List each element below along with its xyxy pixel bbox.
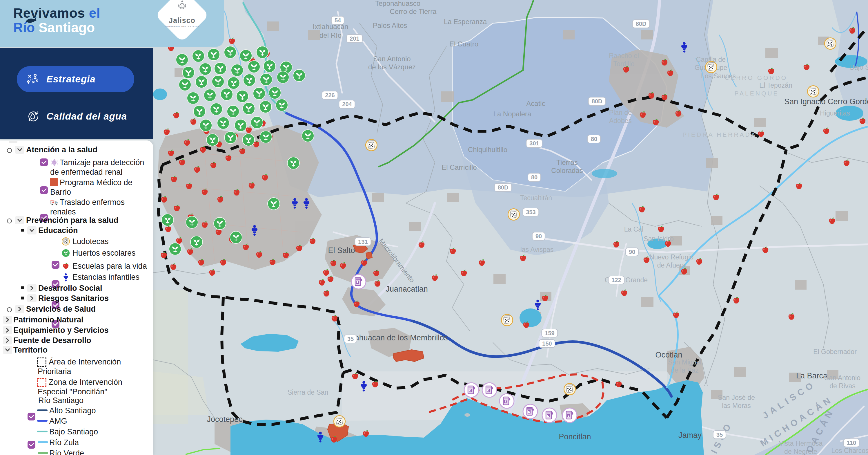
chevron-right-icon[interactable] bbox=[27, 294, 36, 302]
ambulance-icon bbox=[50, 198, 59, 207]
dash-red-icon bbox=[37, 378, 46, 387]
layer-label: de enfermedad renal bbox=[50, 167, 122, 177]
layer-label: Alto Santiago bbox=[49, 406, 96, 415]
layer-label: Educación bbox=[38, 226, 78, 235]
layer-label: Traslado enfermos bbox=[60, 198, 125, 207]
layer-label: Río Zula bbox=[49, 438, 79, 447]
layer-line-swatch bbox=[37, 420, 48, 422]
layer-label: Río Verde bbox=[49, 449, 84, 455]
nav-calidad-item[interactable]: Calidad del agua bbox=[17, 103, 134, 130]
layer-line-swatch bbox=[37, 409, 48, 411]
nav-calidad-label: Calidad del agua bbox=[46, 111, 127, 122]
layer-label: Zona de Intervención bbox=[49, 377, 122, 387]
tree-bullet bbox=[7, 219, 12, 223]
layer-label: Especial "Poncitlán" bbox=[38, 387, 107, 396]
dash-black-icon bbox=[37, 358, 46, 366]
tree-bullet bbox=[21, 229, 24, 232]
fish-icon bbox=[24, 17, 38, 24]
chevron-right-icon[interactable] bbox=[3, 326, 12, 334]
layer-label: Equipamiento y Servicios bbox=[13, 325, 109, 335]
layer-label: Bajo Santiago bbox=[49, 427, 98, 436]
tree-bullet bbox=[21, 296, 24, 300]
chevron-down-icon[interactable] bbox=[15, 216, 24, 224]
layer-checkbox[interactable] bbox=[52, 261, 59, 269]
layer-checkbox[interactable] bbox=[28, 441, 35, 449]
apple-icon bbox=[61, 262, 70, 271]
chevron-down-icon[interactable] bbox=[27, 226, 36, 234]
dice-icon bbox=[61, 237, 70, 246]
layer-label: Desarrollo Social bbox=[38, 284, 102, 293]
layer-label: Fuente de Desarrollo bbox=[13, 336, 91, 345]
nav-panel: Estrategia Calidad del agua bbox=[0, 48, 153, 139]
layer-checkbox[interactable] bbox=[28, 413, 35, 421]
layer-checkbox[interactable] bbox=[40, 186, 48, 194]
layer-label: Huertos escolares bbox=[72, 248, 136, 258]
chevron-down-icon[interactable] bbox=[3, 346, 12, 354]
layer-label: Barrio bbox=[50, 188, 71, 197]
layer-label: Prevención para la salud bbox=[26, 216, 118, 225]
tree-bullet bbox=[7, 148, 12, 153]
layer-label: Río Santiago bbox=[38, 396, 84, 405]
layer-label: Ludotecas bbox=[72, 237, 109, 246]
jalisco-logo: Jalisco GOBIERNO DEL ESTADO bbox=[163, 0, 201, 34]
virus-icon bbox=[50, 158, 59, 167]
layer-label: Servicios de Salud bbox=[26, 304, 96, 314]
layer-label: Atención a la salud bbox=[26, 145, 97, 154]
jalisco-crest-icon bbox=[175, 0, 190, 15]
chevron-right-icon[interactable] bbox=[3, 336, 12, 344]
layer-label: Territorio bbox=[13, 345, 48, 354]
layer-label: Programa Médico de bbox=[60, 178, 132, 187]
layer-label: Riesgos Sanitarios bbox=[38, 294, 109, 303]
layer-label: Estancias infantiles bbox=[72, 273, 140, 282]
layer-checkbox[interactable] bbox=[40, 159, 48, 166]
orange-square-icon bbox=[50, 178, 59, 187]
layer-line-swatch bbox=[37, 431, 48, 432]
water-quality-icon bbox=[26, 110, 39, 123]
layer-line-swatch bbox=[38, 442, 48, 443]
app-window: El SaltoJuanacatlanIxtlahuacan de los Me… bbox=[0, 0, 868, 455]
tree-bullet bbox=[21, 286, 24, 289]
layer-label: Escuelas para la vida bbox=[72, 261, 147, 271]
jalisco-logo-subtext: GOBIERNO DEL ESTADO bbox=[163, 25, 201, 28]
chevron-right-icon[interactable] bbox=[3, 316, 12, 324]
sprout-icon bbox=[61, 249, 70, 257]
chevron-right-icon[interactable] bbox=[15, 305, 24, 313]
layer-label: Área de Intervención bbox=[49, 357, 121, 367]
layer-label: AMG bbox=[49, 417, 67, 426]
layer-label: renales bbox=[50, 207, 76, 217]
tree-bullet bbox=[7, 307, 12, 312]
strategy-icon bbox=[26, 73, 39, 86]
chevron-down-icon[interactable] bbox=[15, 146, 24, 154]
layer-label: Prioritaria bbox=[38, 367, 71, 376]
region-jocotepec-west bbox=[153, 371, 209, 415]
nav-estrategia-button[interactable]: Estrategia bbox=[17, 66, 134, 92]
chevron-right-icon[interactable] bbox=[27, 284, 36, 292]
layer-line-swatch bbox=[38, 452, 48, 454]
layer-label: Tamizaje para detección bbox=[60, 158, 144, 167]
nav-estrategia-label: Estrategia bbox=[46, 74, 96, 85]
jalisco-logo-text: Jalisco bbox=[163, 16, 201, 25]
scrolled-row-fragment bbox=[9, 141, 18, 143]
layer-tree: Atención a la saludTamizaje para detecci… bbox=[0, 140, 153, 234]
baby-icon bbox=[61, 273, 70, 282]
layer-tree-panel: Atención a la saludTamizaje para detecci… bbox=[0, 140, 153, 455]
layer-label: Patrimonio Natural bbox=[13, 315, 84, 324]
